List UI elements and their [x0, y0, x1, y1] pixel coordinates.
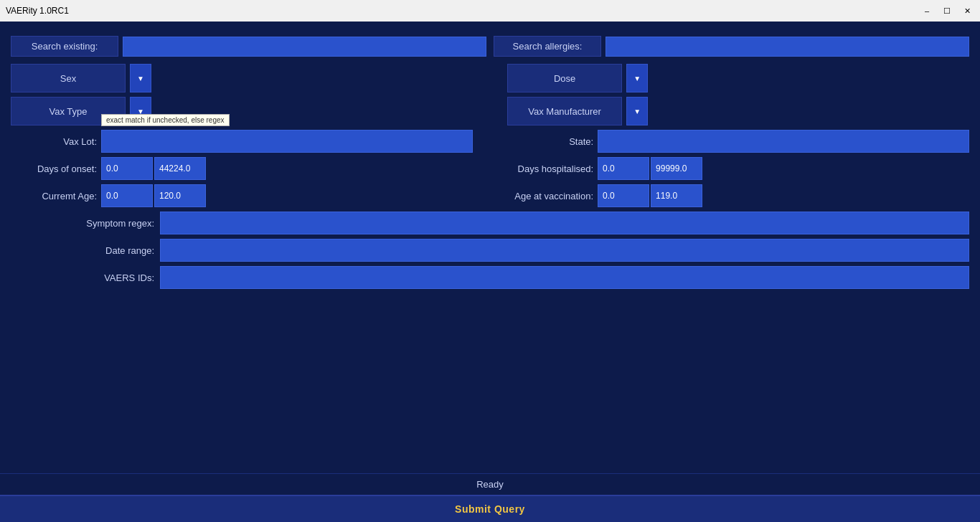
search-existing-input[interactable] — [123, 37, 486, 57]
age-vaccination-range — [598, 184, 702, 207]
vax-lot-tooltip-wrapper: exact match if unchecked, else regex — [101, 130, 473, 153]
submit-query-button[interactable]: Submit Query — [455, 503, 525, 515]
maximize-button[interactable]: ☐ — [940, 4, 954, 18]
status-text: Ready — [476, 479, 504, 490]
vax-lot-tooltip: exact match if unchecked, else regex — [101, 114, 230, 126]
current-age-group: Curremt Age: — [11, 184, 473, 207]
current-age-min[interactable] — [101, 184, 153, 207]
search-existing-label: Search existing: — [11, 36, 118, 57]
vax-lot-input[interactable] — [101, 130, 473, 153]
manufacturer-group: Vax Manufacturer ▼ — [507, 97, 969, 125]
age-vaccination-label: Age at vaccination: — [507, 191, 593, 201]
vaers-ids-row: VAERS IDs: — [11, 266, 969, 289]
sex-dropdown-arrow: ▼ — [137, 75, 144, 82]
search-existing-group: Search existing: — [11, 36, 486, 57]
days-hosp-min[interactable] — [598, 157, 649, 180]
search-allergies-group: Search allergies: — [494, 36, 969, 57]
titlebar: VAERity 1.0RC1 – ☐ ✕ — [0, 0, 980, 22]
days-onset-group: Days of onset: — [11, 157, 473, 180]
close-button[interactable]: ✕ — [960, 4, 974, 18]
sex-dropdown[interactable]: ▼ — [130, 64, 151, 92]
vaxtype-group: Vax Type ▼ — [11, 97, 473, 125]
days-onset-label: Days of onset: — [11, 163, 97, 174]
current-age-max[interactable] — [154, 184, 206, 207]
days-hosp-group: Days hospitalised: — [507, 157, 969, 180]
current-age-range — [101, 184, 206, 207]
status-bar: Ready — [0, 473, 980, 495]
titlebar-controls: – ☐ ✕ — [920, 4, 974, 18]
state-group: State: — [507, 130, 969, 153]
age-vaccination-max[interactable] — [651, 184, 702, 207]
app-title: VAERity 1.0RC1 — [6, 6, 69, 16]
days-onset-max[interactable] — [154, 157, 206, 180]
date-range-label: Date range: — [11, 245, 154, 256]
days-hosp-range — [598, 157, 702, 180]
vax-lot-label: Vax Lot: — [11, 136, 97, 147]
days-hosp-max[interactable] — [651, 157, 702, 180]
vax-manufacturer-button[interactable]: Vax Manufacturer — [507, 97, 622, 125]
dose-dropdown[interactable]: ▼ — [626, 64, 648, 92]
sex-group: Sex ▼ — [11, 64, 473, 92]
symptom-regex-label: Symptom regex: — [11, 218, 154, 229]
vaxlot-group: Vax Lot: exact match if unchecked, else … — [11, 130, 473, 153]
form-content: Search existing: Search allergies: Sex ▼… — [0, 29, 980, 473]
dose-dropdown-arrow: ▼ — [633, 75, 641, 82]
days-row: Days of onset: Days hospitalised: — [11, 157, 969, 180]
sex-button[interactable]: Sex — [11, 64, 126, 92]
state-input[interactable] — [598, 130, 969, 153]
state-label: State: — [507, 136, 593, 147]
current-age-label: Curremt Age: — [11, 191, 97, 201]
search-allergies-input[interactable] — [606, 37, 969, 57]
vaers-ids-input[interactable] — [160, 266, 969, 289]
date-range-input[interactable] — [160, 239, 969, 262]
submit-bar: Submit Query — [0, 495, 980, 522]
main-content: Search existing: Search allergies: Sex ▼… — [0, 22, 980, 522]
date-range-row: Date range: — [11, 239, 969, 262]
dose-button[interactable]: Dose — [507, 64, 622, 92]
vaers-ids-label: VAERS IDs: — [11, 272, 154, 283]
dose-group: Dose ▼ — [507, 64, 969, 92]
manufacturer-dropdown-arrow: ▼ — [633, 108, 641, 115]
symptom-row: Symptom regex: — [11, 212, 969, 234]
days-hosp-label: Days hospitalised: — [507, 163, 593, 174]
symptom-regex-input[interactable] — [160, 212, 969, 234]
manufacturer-dropdown[interactable]: ▼ — [626, 97, 648, 125]
age-vaccination-min[interactable] — [598, 184, 649, 207]
search-allergies-label: Search allergies: — [494, 36, 601, 57]
vaxlot-state-row: Vax Lot: exact match if unchecked, else … — [11, 130, 969, 153]
age-vaccination-group: Age at vaccination: — [507, 184, 969, 207]
sex-dose-row: Sex ▼ Dose ▼ — [11, 64, 969, 92]
days-onset-range — [101, 157, 206, 180]
age-row: Curremt Age: Age at vaccination: — [11, 184, 969, 207]
minimize-button[interactable]: – — [920, 4, 934, 18]
search-row: Search existing: Search allergies: — [11, 36, 969, 57]
days-onset-min[interactable] — [101, 157, 153, 180]
